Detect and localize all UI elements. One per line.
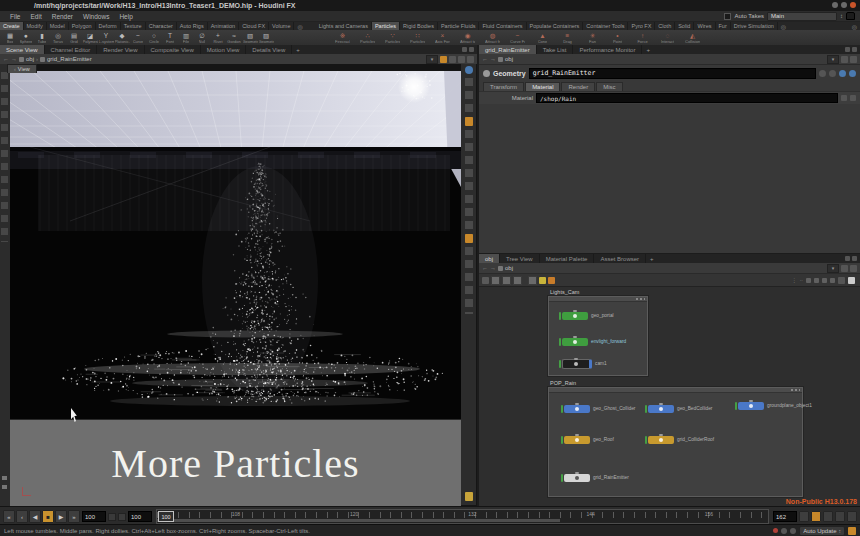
path-dropdown-icon[interactable]: ▾ <box>426 55 438 64</box>
arrange-icon[interactable] <box>806 278 811 283</box>
shelf-tab[interactable]: Character <box>146 22 177 30</box>
float-icon[interactable] <box>467 56 474 63</box>
node-icon[interactable] <box>648 436 674 444</box>
error-indicator-icon[interactable] <box>773 528 778 533</box>
shelf-tab[interactable]: Rigid Bodies <box>400 22 438 30</box>
shelf-tab[interactable]: Particle Fluids <box>438 22 480 30</box>
shelf-options-gear-icon[interactable]: ◎ <box>849 23 860 30</box>
shelf-tab[interactable]: Animation <box>208 22 239 30</box>
shelf-tab[interactable]: Deform <box>96 22 121 30</box>
shelf-tool-button[interactable]: ∅ Null <box>194 32 210 44</box>
auto-takes-checkbox[interactable] <box>724 13 731 20</box>
shelf-tool-button[interactable]: ◍ Attract fr... <box>480 32 505 44</box>
node-icon[interactable] <box>562 359 592 369</box>
step-icon[interactable] <box>835 511 845 522</box>
network-node[interactable]: cam1 <box>559 359 607 368</box>
display-flag-icon[interactable] <box>559 360 561 368</box>
layout-icon[interactable] <box>458 56 465 63</box>
param-tab[interactable]: Material <box>525 82 560 91</box>
viewport-right-toolbar[interactable] <box>461 64 476 505</box>
pane-tab[interactable]: Material Palette <box>540 254 595 263</box>
shelf-tool-button[interactable]: ▦ Box <box>2 32 18 44</box>
shelf-tab[interactable]: Cloud FX <box>239 22 269 30</box>
node-icon[interactable] <box>562 312 588 320</box>
node-icon[interactable] <box>648 405 674 413</box>
color-palette-icon[interactable] <box>539 277 546 284</box>
display-flag-icon[interactable] <box>735 402 737 410</box>
pane-tab[interactable]: Asset Browser <box>594 254 646 263</box>
shelf-tool-button[interactable]: ◌ Interact <box>655 32 680 44</box>
menu-item[interactable]: Help <box>114 13 137 20</box>
pane-maximize-icon[interactable] <box>852 256 857 261</box>
take-icon[interactable] <box>846 12 855 20</box>
network-node[interactable]: grid_RainEmitter <box>561 473 629 482</box>
pane-tab[interactable]: obj <box>479 254 500 263</box>
forward-icon[interactable]: → <box>490 56 496 62</box>
pane-tab[interactable]: Channel Editor <box>45 45 98 54</box>
take-spinner-icon[interactable]: ↕ <box>840 13 843 19</box>
overview-icon[interactable] <box>830 278 835 283</box>
auto-update-selector[interactable]: Auto Update ↕ <box>799 526 845 536</box>
transport-button[interactable]: ▶ <box>55 510 67 523</box>
shelf-tab[interactable]: Modify <box>24 22 47 30</box>
network-box-titlebar[interactable] <box>549 388 802 393</box>
dots-icon[interactable]: ·· <box>800 277 803 283</box>
shelf-tool-button[interactable]: + Rivet <box>210 32 226 44</box>
shelf-tab[interactable]: Polygon <box>69 22 96 30</box>
pane-tab[interactable]: Details View <box>246 45 292 54</box>
shelf-tab[interactable]: Create <box>0 22 24 30</box>
select-mode-icon[interactable] <box>465 117 473 126</box>
pane-tab[interactable]: Performance Monitor <box>573 45 642 54</box>
frame-all-icon[interactable] <box>848 277 855 284</box>
grid-icon[interactable] <box>822 278 827 283</box>
param-tab[interactable]: Misc <box>596 82 622 91</box>
shelf-tab[interactable]: Pyro FX <box>628 22 655 30</box>
pane-menu-icon[interactable] <box>845 256 850 261</box>
realtime-icon[interactable] <box>799 511 809 522</box>
transport-button[interactable]: ‹ <box>16 510 28 523</box>
current-frame-marker[interactable]: 100 <box>158 511 174 522</box>
pane-menu-icon[interactable] <box>462 47 467 52</box>
magnify-icon[interactable] <box>850 265 857 272</box>
pane-maximize-icon[interactable] <box>469 47 474 52</box>
shelf-tab[interactable]: Volume <box>269 22 294 30</box>
new-page-icon[interactable] <box>491 276 500 285</box>
node-chooser-icon[interactable] <box>841 95 847 101</box>
network-node[interactable]: geo_portal <box>559 311 614 320</box>
shelf-tool-button[interactable]: ∵ Particles fr... <box>380 32 405 44</box>
help-icon[interactable] <box>790 528 796 534</box>
shelf-gear-icon[interactable]: ◎ <box>778 23 789 30</box>
shelf-tool-button[interactable]: ▲ Cone <box>530 32 555 44</box>
network-box-lights-cam[interactable]: Lights_Cam geo_portal envlight_forward <box>548 296 648 376</box>
shelf-tool-button[interactable]: ∴ Particles fr... <box>355 32 380 44</box>
shelf-tool-button[interactable]: ✳ Fan <box>580 32 605 44</box>
path-context[interactable]: obj <box>19 56 34 62</box>
shelf-tab[interactable]: Fluid Containers <box>479 22 526 30</box>
shelf-tab[interactable]: Auto Rigs <box>177 22 208 30</box>
display-flag-icon[interactable] <box>561 474 563 482</box>
shelf-tab[interactable]: Texture <box>121 22 146 30</box>
display-flag-icon[interactable] <box>561 436 563 444</box>
shelf-tool-button[interactable]: ↑ Force <box>630 32 655 44</box>
align-icon[interactable] <box>814 278 819 283</box>
node-icon[interactable] <box>564 474 590 482</box>
shelf-tab[interactable]: Cloth <box>655 22 675 30</box>
shelf-tool-button[interactable]: ▮ Tube <box>34 32 50 44</box>
timeline[interactable]: 108120132144156 100 <box>156 509 769 524</box>
forward-icon[interactable]: → <box>11 56 17 62</box>
shelf-tool-button[interactable]: ▨ Geometr... <box>258 32 274 44</box>
pane-tab[interactable]: grid_RainEmitter <box>479 45 537 54</box>
snap-mode-icon[interactable] <box>465 234 473 243</box>
close-icon[interactable] <box>850 2 856 8</box>
forward-icon[interactable]: → <box>490 265 496 271</box>
view-tab[interactable]: ‹ View <box>7 64 37 73</box>
shelf-tab[interactable]: Wires <box>694 22 715 30</box>
network-node[interactable]: geo_BedCollider <box>645 404 712 413</box>
menu-item[interactable]: Windows <box>78 13 114 20</box>
network-box-titlebar[interactable] <box>549 297 647 302</box>
pane-tab[interactable]: Take List <box>537 45 574 54</box>
shelf-tab[interactable]: Fur <box>716 22 731 30</box>
range-start-field[interactable]: 100 <box>128 511 152 522</box>
shelf-tool-button[interactable]: ▤ Grid <box>66 32 82 44</box>
node-name-field[interactable]: grid_RainEmitter <box>529 68 816 79</box>
